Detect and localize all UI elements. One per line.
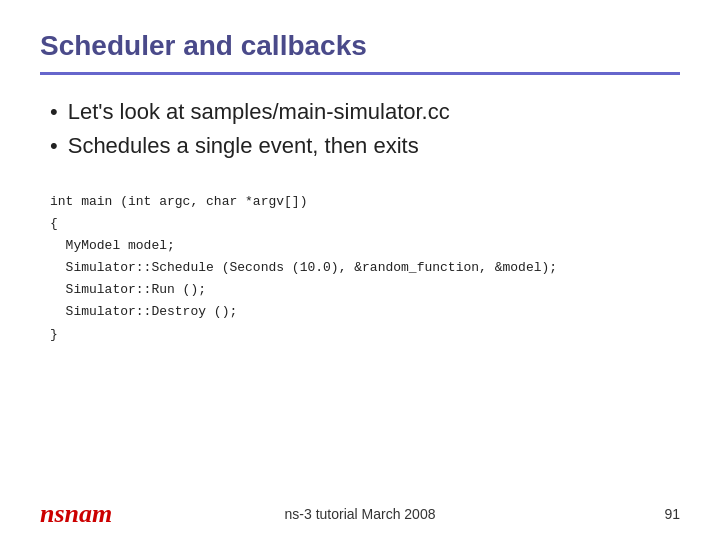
bullet-dot-1: • bbox=[50, 99, 58, 125]
code-line-3: MyModel model; bbox=[50, 235, 680, 257]
footer-page-number: 91 bbox=[664, 506, 680, 522]
code-line-9: Simulator::Destroy (); bbox=[50, 301, 680, 323]
footer: nsnam ns-3 tutorial March 2008 91 bbox=[0, 506, 720, 522]
code-block: int main (int argc, char *argv[]) { MyMo… bbox=[50, 187, 680, 350]
bullet-text-1: Let's look at samples/main-simulator.cc bbox=[68, 99, 450, 125]
bullet-item-2: • Schedules a single event, then exits bbox=[50, 133, 680, 159]
footer-center-text: ns-3 tutorial March 2008 bbox=[285, 506, 436, 522]
bullet-text-2: Schedules a single event, then exits bbox=[68, 133, 419, 159]
bullet-dot-2: • bbox=[50, 133, 58, 159]
code-line-7: Simulator::Run (); bbox=[50, 279, 680, 301]
slide: Scheduler and callbacks • Let's look at … bbox=[0, 0, 720, 540]
bullet-item-1: • Let's look at samples/main-simulator.c… bbox=[50, 99, 680, 125]
code-line-2: { bbox=[50, 213, 680, 235]
code-line-10: } bbox=[50, 324, 680, 346]
title-section: Scheduler and callbacks bbox=[40, 30, 680, 75]
code-line-1: int main (int argc, char *argv[]) bbox=[50, 191, 680, 213]
bullets-list: • Let's look at samples/main-simulator.c… bbox=[40, 99, 680, 159]
footer-logo: nsnam bbox=[40, 499, 112, 529]
slide-title: Scheduler and callbacks bbox=[40, 30, 680, 62]
code-line-5: Simulator::Schedule (Seconds (10.0), &ra… bbox=[50, 257, 680, 279]
